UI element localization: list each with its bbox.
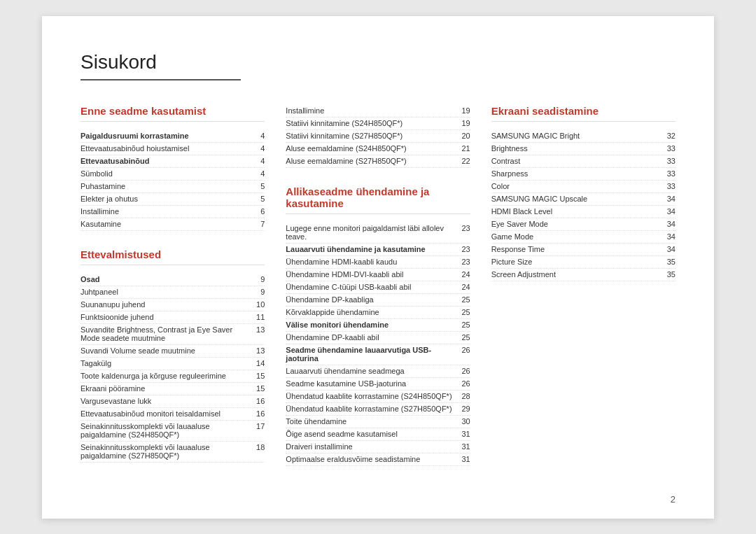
toc-item-page: 16 (256, 409, 265, 418)
toc-item-page: 13 (256, 325, 265, 334)
toc-item: Ettevaatusabinõud hoiustamisel4 (80, 143, 265, 155)
toc-item-label: Ettevaatusabinõud hoiustamisel (80, 144, 260, 153)
toc-item-label: Draiveri installimine (286, 442, 461, 451)
toc-item-label: Ühendamine C-tüüpi USB-kaabli abil (286, 283, 461, 291)
toc-item: Aluse eemaldamine (S27H850QF*)22 (286, 155, 470, 168)
toc-item: Ühendamine DP-kaabli abil25 (286, 332, 470, 344)
toc-section-ekraan: Ekraani seadistamineSAMSUNG MAGIC Bright… (491, 105, 676, 281)
toc-item: Paigaldusruumi korrastamine4 (80, 130, 265, 143)
toc-item-label: Installimine (80, 207, 260, 216)
toc-item-page: 33 (667, 169, 676, 178)
toc-item: Seadme kasutamine USB-jaoturina26 (286, 378, 470, 391)
section-title: Allikaseadme ühendamine ja kasutamine (286, 185, 470, 214)
toc-section-allik: Allikaseadme ühendamine ja kasutamineLug… (286, 185, 470, 466)
toc-item: Seinakinnitusskomplekti või lauaaluse pa… (80, 421, 265, 442)
toc-item-page: 34 (667, 220, 676, 228)
toc-item-page: 25 (461, 295, 470, 304)
toc-item-page: 25 (461, 308, 470, 316)
toc-item-page: 24 (461, 270, 470, 279)
content-grid: Enne seadme kasutamistPaigaldusruumi kor… (80, 105, 676, 484)
toc-item-page: 9 (260, 288, 265, 296)
toc-item: Ühendamine HDMI-DVI-kaabli abil24 (286, 269, 470, 281)
toc-item-page: 5 (260, 182, 265, 190)
toc-item-page: 18 (256, 443, 265, 451)
toc-item: Ühendamine HDMI-kaabli kaudu23 (286, 256, 470, 269)
toc-item-page: 31 (461, 430, 470, 438)
toc-item-page: 33 (667, 144, 676, 153)
section-title: Enne seadme kasutamist (80, 105, 265, 122)
toc-item-page: 25 (461, 321, 470, 329)
toc-item: Response Time34 (491, 244, 676, 256)
toc-item-label: Vargusevastane lukk (80, 397, 256, 405)
toc-item-page: 28 (461, 392, 470, 400)
toc-item: Contrast33 (491, 155, 676, 168)
toc-item-label: Puhastamine (80, 182, 260, 190)
toc-item-label: Ühendamine HDMI-DVI-kaabli abil (286, 270, 461, 279)
toc-item-page: 10 (256, 300, 265, 309)
toc-item: Screen Adjustment35 (491, 269, 676, 281)
toc-item-label: Kõrvaklappide ühendamine (286, 308, 461, 316)
toc-item: Välise monitori ühendamine25 (286, 319, 470, 332)
toc-item-page: 34 (667, 195, 676, 203)
toc-item: Statiivi kinnitamine (S27H850QF*)20 (286, 130, 470, 143)
toc-item: Game Mode34 (491, 231, 676, 244)
toc-item: Ühendatud kaablite korrastamine (S24H850… (286, 391, 470, 403)
toc-item: Draiveri installimine31 (286, 441, 470, 454)
toc-item-label: Toite ühendamine (286, 417, 461, 426)
toc-item: Vargusevastane lukk16 (80, 395, 265, 408)
toc-item: Statiivi kinnitamine (S24H850QF*)19 (286, 118, 470, 130)
toc-item-label: Sümbolid (80, 169, 260, 178)
toc-item-page: 29 (461, 405, 470, 413)
toc-item: Kasutamine7 (80, 218, 265, 231)
toc-item: Optimaalse eraldusvõime seadistamine31 (286, 454, 470, 466)
toc-item: Funktsioonide juhend11 (80, 311, 265, 324)
toc-item-label: Ühendatud kaablite korrastamine (S27H850… (286, 405, 461, 413)
toc-item-page: 4 (260, 132, 265, 140)
toc-item-page: 4 (260, 157, 265, 165)
toc-item-label: Ettevaatusabinõud (80, 157, 260, 165)
toc-item: SAMSUNG MAGIC Upscale34 (491, 193, 676, 206)
toc-item-page: 4 (260, 169, 265, 178)
section-title: Ettevalmistused (80, 248, 265, 265)
toc-item-page: 23 (461, 224, 470, 232)
toc-item: Eye Saver Mode34 (491, 218, 676, 231)
toc-item-label: Game Mode (491, 232, 667, 241)
toc-item-label: Eye Saver Mode (491, 220, 667, 228)
toc-item-label: Seadme ühendamine lauaarvutiga USB-jaotu… (286, 346, 461, 363)
page-number: 2 (671, 494, 676, 505)
toc-item-label: Lauaarvuti ühendamine seadmega (286, 367, 461, 375)
toc-item-label: Aluse eemaldamine (S27H850QF*) (286, 157, 461, 165)
toc-item-page: 26 (461, 367, 470, 375)
toc-item-page: 19 (461, 106, 470, 115)
toc-item: Õige asend seadme kasutamisel31 (286, 428, 470, 441)
toc-item-page: 30 (461, 417, 470, 426)
toc-item: Aluse eemaldamine (S24H850QF*)21 (286, 143, 470, 155)
toc-item-label: Statiivi kinnitamine (S27H850QF*) (286, 132, 461, 140)
toc-item-page: 34 (667, 207, 676, 216)
toc-item: Installimine6 (80, 206, 265, 218)
page: Sisukord Enne seadme kasutamistPaigaldus… (42, 16, 714, 519)
toc-item-label: Suunanupu juhend (80, 300, 256, 309)
toc-item-page: 20 (461, 132, 470, 140)
toc-item: Lauaarvuti ühendamine ja kasutamine23 (286, 244, 470, 256)
toc-item: Toote kaldenurga ja kõrguse reguleerimin… (80, 370, 265, 383)
toc-item-page: 23 (461, 245, 470, 253)
toc-item-page: 19 (461, 119, 470, 127)
toc-item-label: Aluse eemaldamine (S24H850QF*) (286, 144, 461, 153)
toc-item-label: Optimaalse eraldusvõime seadistamine (286, 455, 461, 463)
toc-item-label: Lauaarvuti ühendamine ja kasutamine (286, 245, 461, 253)
toc-item: Toite ühendamine30 (286, 416, 470, 428)
toc-item-page: 35 (667, 258, 676, 266)
toc-item: Ekraani pööramine15 (80, 383, 265, 395)
toc-item: Ühendamine C-tüüpi USB-kaabli abil24 (286, 281, 470, 294)
toc-item: Color33 (491, 181, 676, 193)
toc-item-page: 26 (461, 379, 470, 388)
toc-item-page: 5 (260, 195, 265, 203)
toc-item: Lauaarvuti ühendamine seadmega26 (286, 365, 470, 378)
toc-item-page: 6 (260, 207, 265, 216)
toc-item-page: 24 (461, 283, 470, 291)
toc-item: SAMSUNG MAGIC Bright32 (491, 130, 676, 143)
toc-item-page: 11 (256, 313, 265, 321)
toc-item: Seadme ühendamine lauaarvutiga USB-jaotu… (286, 344, 470, 365)
column-3: Ekraani seadistamineSAMSUNG MAGIC Bright… (491, 105, 676, 484)
